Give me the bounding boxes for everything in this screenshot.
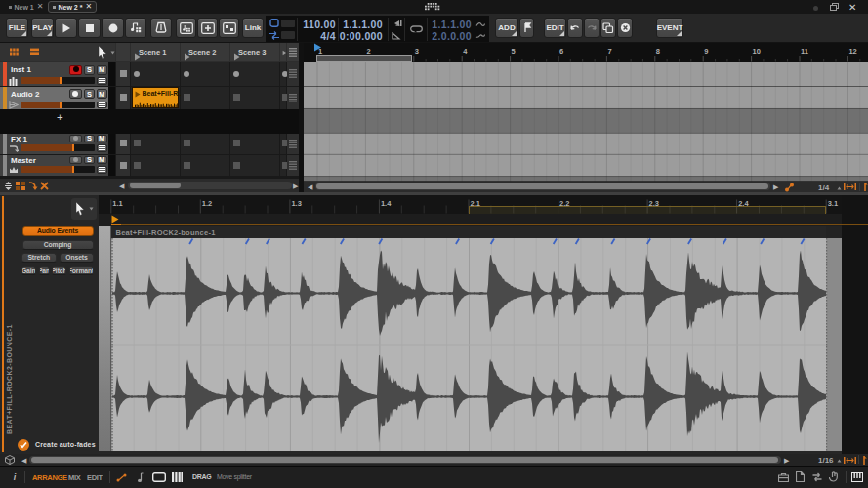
cursor-tool-icon[interactable]	[98, 46, 108, 59]
clip-stop-cell[interactable]	[116, 134, 130, 154]
volume-bar[interactable]	[21, 166, 95, 173]
mute-button[interactable]: M	[97, 135, 107, 143]
browser-panel-icon[interactable]	[778, 472, 789, 482]
clip-slot[interactable]	[230, 62, 279, 86]
launcher-scrollbar[interactable]	[128, 182, 292, 189]
automation-write-button[interactable]	[176, 18, 196, 38]
track-menu-button[interactable]	[97, 144, 107, 152]
clip-stop-cell[interactable]	[116, 155, 130, 177]
track-header[interactable]: FX 1SM	[0, 134, 115, 154]
shuffle-icon[interactable]	[269, 31, 280, 40]
pattern-cube-icon[interactable]	[5, 455, 15, 465]
clip-slot[interactable]: Beat+Fill-R...	[131, 87, 180, 109]
track-header[interactable]: Audio 2SM	[0, 87, 115, 109]
solo-button[interactable]: S	[84, 156, 95, 165]
tab-comping[interactable]: Comping	[22, 240, 94, 250]
editor-snap-caret-icon[interactable]	[837, 459, 842, 463]
loop-start-curve-icon[interactable]	[475, 21, 485, 27]
arranger-lane-audio-2[interactable]	[304, 87, 868, 109]
arranger-view-toggle-icon[interactable]	[30, 48, 39, 56]
mute-button[interactable]: M	[97, 65, 107, 75]
editor-scroll-left-icon[interactable]: ◀	[21, 457, 26, 464]
inspector-panel-icon[interactable]	[796, 471, 805, 482]
tab-audio-events[interactable]: Audio Events	[22, 226, 94, 237]
play-button[interactable]	[55, 18, 77, 38]
tempo-value[interactable]: 110.00	[303, 19, 336, 30]
clip-slot[interactable]	[131, 134, 180, 154]
tab-stretch[interactable]: Stretch	[21, 253, 57, 263]
punch-out-icon[interactable]	[392, 32, 401, 40]
time-signature-value[interactable]: 4/4	[320, 30, 336, 42]
note-icon[interactable]	[136, 472, 144, 483]
audio-clip[interactable]: Beat+Fill-R...	[132, 87, 179, 108]
view-tab-mix[interactable]: MIX	[68, 473, 80, 482]
tab-formant[interactable]: Formant	[69, 266, 94, 275]
stop-all-cell[interactable]	[287, 134, 299, 154]
mute-button[interactable]: M	[97, 89, 107, 99]
track-name[interactable]: Inst 1	[11, 65, 31, 74]
clip-stop-cell[interactable]	[116, 87, 130, 109]
time-value[interactable]: 0:00.000	[340, 30, 383, 42]
tab-close-icon[interactable]: ✕	[37, 3, 44, 11]
solo-button[interactable]: S	[84, 135, 95, 143]
undo-button[interactable]	[567, 18, 583, 38]
record-quantize-button[interactable]	[125, 18, 146, 38]
arranger-scrollbar[interactable]	[315, 183, 770, 190]
io-panel-icon[interactable]	[812, 472, 822, 482]
window-close-button[interactable]: ✕	[848, 2, 856, 13]
delete-button[interactable]	[617, 18, 633, 38]
minimize-button[interactable]	[813, 6, 818, 11]
adaptive-grid-icon[interactable]	[862, 183, 868, 191]
launcher-scroll-right-icon[interactable]: ▶	[293, 183, 298, 189]
link-button[interactable]: Link	[242, 18, 264, 38]
solo-button[interactable]: S	[84, 65, 95, 75]
track-menu-button[interactable]	[97, 166, 107, 174]
punch-button[interactable]	[197, 18, 218, 38]
metronome-button[interactable]	[150, 18, 172, 38]
clip-stop-cell[interactable]	[116, 62, 130, 86]
clip-slot[interactable]	[131, 62, 180, 86]
track-name[interactable]: Master	[11, 156, 36, 165]
volume-bar[interactable]	[21, 102, 95, 108]
cursor-tool-caret-icon[interactable]	[110, 51, 115, 55]
keyboard-panel-icon[interactable]	[851, 472, 863, 482]
track-header[interactable]: MasterSM	[0, 155, 115, 177]
project-tab-1[interactable]: New 1✕	[5, 1, 47, 13]
edit-menu-button[interactable]: EDIT	[544, 18, 566, 38]
editor-scroll-right-icon[interactable]: ▶	[784, 457, 789, 464]
view-tab-arrange[interactable]: ARRANGE	[32, 473, 67, 482]
record-button[interactable]	[102, 18, 124, 38]
overdub-button[interactable]	[219, 18, 239, 38]
auto-fades-checkbox[interactable]	[18, 439, 29, 451]
editor-adaptive-grid-icon[interactable]	[861, 456, 867, 465]
view-tab-edit[interactable]: EDIT	[87, 473, 103, 482]
scene-header-4-partial[interactable]	[280, 43, 287, 61]
editor-tool-caret-icon[interactable]	[89, 207, 94, 211]
project-tab-2[interactable]: New 2 *✕	[48, 1, 97, 13]
arranger-snap-value[interactable]: 1/4	[818, 183, 829, 192]
arranger-lane-fx-1[interactable]	[304, 133, 868, 154]
loop-icon[interactable]	[410, 25, 423, 33]
waveform-display[interactable]	[111, 238, 843, 451]
automation-level-icon[interactable]	[116, 473, 127, 482]
track-name[interactable]: Audio 2	[11, 90, 39, 99]
record-arm-button[interactable]	[69, 156, 82, 165]
editor-cursor-tool-icon[interactable]	[75, 202, 86, 216]
arranger-lane-master[interactable]	[304, 154, 868, 176]
restore-button[interactable]	[830, 3, 839, 11]
loop-length-value[interactable]: 2.0.0.00	[432, 30, 472, 42]
scene-header-2[interactable]: Scene 2	[181, 43, 229, 61]
snap-toggle-icon[interactable]	[784, 183, 795, 192]
arranger-lane-inst-1[interactable]	[304, 62, 868, 87]
volume-bar[interactable]	[21, 144, 95, 151]
arranger-scrollbar-thumb[interactable]	[316, 183, 768, 189]
clip-slot[interactable]	[131, 155, 180, 177]
stop-all-cell[interactable]	[287, 62, 299, 86]
clip-slot[interactable]	[280, 62, 287, 86]
editor-snap-value[interactable]: 1/16	[818, 456, 834, 465]
redo-button[interactable]	[584, 18, 599, 38]
file-button[interactable]: FILE	[6, 18, 28, 38]
tab-pitch[interactable]: Pitch	[52, 266, 66, 275]
stop-all-cell[interactable]	[287, 155, 299, 177]
editor-tool-button[interactable]	[71, 198, 97, 220]
